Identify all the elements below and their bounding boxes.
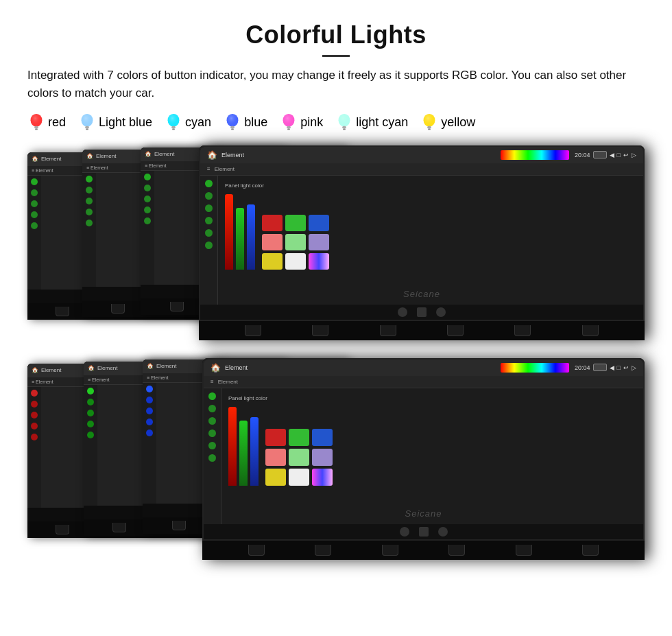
svg-rect-22 <box>342 126 346 128</box>
color-label-cyan: cyan <box>185 115 211 130</box>
device-main-bottom: 🏠 Element 20:04 ◀ □ ↩ ▷ <box>202 358 645 560</box>
svg-point-21 <box>339 114 350 127</box>
bulb-icon-lightblue <box>78 113 96 133</box>
svg-rect-6 <box>85 126 89 128</box>
svg-rect-18 <box>287 126 291 128</box>
bulb-icon-blue <box>224 113 241 133</box>
bulb-icon-yellow <box>420 113 438 133</box>
svg-point-1 <box>31 114 43 127</box>
title-divider <box>322 55 350 57</box>
color-label-lightblue: Light blue <box>99 115 152 130</box>
color-label-blue: blue <box>244 115 267 130</box>
color-label-lightcyan: light cyan <box>356 115 408 130</box>
svg-rect-2 <box>34 126 38 128</box>
color-item-pink: pink <box>280 113 323 133</box>
svg-rect-7 <box>86 128 88 130</box>
color-item-cyan: cyan <box>165 113 211 133</box>
svg-rect-14 <box>230 126 235 128</box>
svg-point-5 <box>82 114 93 127</box>
svg-rect-3 <box>35 128 38 130</box>
color-label-red: red <box>48 115 66 130</box>
bottom-device-stack-section: 🏠 Element ≡ Element <box>27 358 645 571</box>
svg-rect-19 <box>287 128 290 130</box>
title-section: Colorful Lights <box>27 21 645 57</box>
color-item-lightblue: Light blue <box>78 113 152 133</box>
color-item-red: red <box>27 113 66 133</box>
top-device-stack-section: 🏠 Element ≡ Element <box>27 145 645 351</box>
svg-point-17 <box>283 114 295 127</box>
svg-point-9 <box>168 114 180 127</box>
device-main-top: 🏠 Element 20:04 ◀ □ ↩ ▷ <box>199 145 645 340</box>
color-item-lightcyan: light cyan <box>335 113 408 133</box>
page-container: Colorful Lights Integrated with 7 colors… <box>0 0 672 591</box>
svg-rect-27 <box>428 128 431 130</box>
svg-point-25 <box>424 114 435 127</box>
watermark-bottom: Seicane <box>405 508 442 519</box>
description-text: Integrated with 7 colors of button indic… <box>27 67 645 103</box>
svg-rect-15 <box>231 128 234 130</box>
svg-rect-23 <box>343 128 346 130</box>
bulb-icon-red <box>27 113 45 133</box>
page-title: Colorful Lights <box>27 21 645 49</box>
color-item-blue: blue <box>224 113 267 133</box>
panel-light-label: Panel light color <box>225 182 636 189</box>
svg-rect-11 <box>172 128 175 130</box>
bulb-icon-pink <box>280 113 298 133</box>
bulb-icon-lightcyan <box>335 113 353 133</box>
panel-light-label-bottom: Panel light color <box>228 395 636 401</box>
svg-rect-26 <box>427 126 431 128</box>
svg-point-13 <box>227 114 239 127</box>
color-label-yellow: yellow <box>441 115 475 130</box>
bulb-icon-cyan <box>165 113 182 133</box>
svg-rect-10 <box>171 126 176 128</box>
color-label-pink: pink <box>300 115 323 130</box>
color-indicators-row: red Light blue <box>27 113 645 133</box>
color-item-yellow: yellow <box>420 113 475 133</box>
